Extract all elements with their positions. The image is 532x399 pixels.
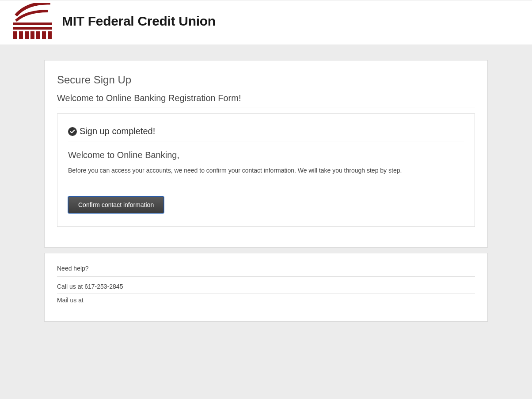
svg-rect-4 bbox=[25, 31, 29, 39]
svg-rect-8 bbox=[48, 31, 52, 39]
help-title: Need help? bbox=[57, 265, 475, 277]
svg-rect-7 bbox=[42, 31, 46, 39]
signup-card: Secure Sign Up Welcome to Online Banking… bbox=[44, 60, 488, 248]
help-call-row: Call us at 617-253-2845 bbox=[57, 280, 475, 294]
svg-rect-1 bbox=[13, 27, 52, 30]
instruction-text: Before you can access your accounts, we … bbox=[68, 166, 464, 175]
page-subtitle: Welcome to Online Banking Registration F… bbox=[57, 93, 475, 108]
help-mail-row: Mail us at bbox=[57, 294, 475, 304]
welcome-heading: Welcome to Online Banking, bbox=[68, 150, 464, 160]
status-panel: Sign up completed! Welcome to Online Ban… bbox=[57, 113, 475, 227]
help-card: Need help? Call us at 617-253-2845 Mail … bbox=[44, 253, 488, 322]
brand-title: MIT Federal Credit Union bbox=[62, 14, 216, 29]
svg-rect-2 bbox=[13, 31, 17, 39]
confirm-contact-button[interactable]: Confirm contact information bbox=[68, 196, 164, 213]
check-circle-icon bbox=[68, 127, 77, 136]
status-text: Sign up completed! bbox=[80, 126, 155, 136]
svg-rect-5 bbox=[30, 31, 34, 39]
svg-rect-6 bbox=[36, 31, 40, 39]
content: Secure Sign Up Welcome to Online Banking… bbox=[0, 45, 532, 335]
svg-rect-0 bbox=[13, 23, 52, 25]
svg-rect-3 bbox=[19, 31, 23, 39]
page-header: MIT Federal Credit Union bbox=[0, 0, 532, 45]
page-title: Secure Sign Up bbox=[57, 74, 475, 86]
status-row: Sign up completed! bbox=[68, 126, 464, 142]
brand-logo bbox=[13, 3, 52, 39]
